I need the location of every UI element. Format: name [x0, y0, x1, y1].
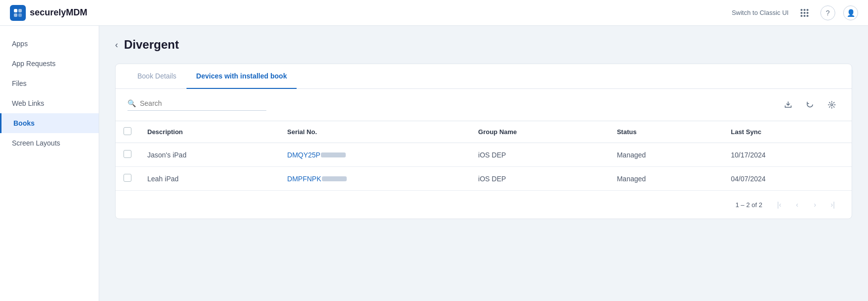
svg-rect-3	[18, 13, 22, 17]
logo-icon	[10, 5, 26, 21]
svg-rect-1	[18, 9, 22, 12]
row-status: Managed	[609, 167, 723, 191]
logo: securelyMDM	[10, 5, 87, 21]
sidebar-item-screen-layouts[interactable]: Screen Layouts	[0, 133, 99, 153]
page-title: Divergent	[124, 38, 179, 52]
select-all-checkbox[interactable]	[124, 127, 131, 135]
pagination-prev[interactable]: ‹	[790, 198, 804, 212]
content-card: Book Details Devices with installed book…	[115, 64, 852, 219]
row-last-sync: 04/07/2024	[723, 167, 852, 191]
row-group: iOS DEP	[470, 167, 609, 191]
pagination-info: 1 – 2 of 2	[736, 201, 762, 209]
row-serial: DMPFNPK	[279, 167, 470, 191]
tab-bar: Book Details Devices with installed book	[116, 64, 852, 89]
grid-apps-icon[interactable]	[797, 5, 812, 21]
col-group: Group Name	[470, 121, 609, 143]
svg-rect-0	[14, 9, 17, 12]
search-icon: 🔍	[127, 99, 136, 107]
tab-devices-installed[interactable]: Devices with installed book	[186, 64, 297, 89]
row-status: Managed	[609, 143, 723, 167]
svg-point-4	[831, 104, 833, 106]
sidebar: Apps App Requests Files Web Links Books …	[0, 26, 99, 301]
back-button[interactable]: ‹	[115, 40, 118, 50]
table-row: Jason's iPad DMQY25P iOS DEP Managed 10/…	[116, 143, 852, 167]
settings-button[interactable]	[824, 97, 840, 113]
topnav-right: Switch to Classic UI ? 👤	[732, 5, 858, 21]
svg-rect-2	[14, 13, 17, 17]
top-navigation: securelyMDM Switch to Classic UI ? 👤	[0, 0, 868, 26]
user-avatar[interactable]: 👤	[843, 5, 858, 20]
col-checkbox	[116, 121, 139, 143]
sidebar-item-apps[interactable]: Apps	[0, 34, 99, 54]
row-description: Leah iPad	[139, 167, 279, 191]
col-serial: Serial No.	[279, 121, 470, 143]
devices-table: Description Serial No. Group Name Status…	[116, 121, 852, 191]
pagination-first[interactable]: |‹	[772, 198, 786, 212]
sidebar-item-files[interactable]: Files	[0, 74, 99, 93]
search-input[interactable]	[140, 99, 266, 107]
toolbar-actions	[780, 97, 840, 113]
pagination-next[interactable]: ›	[808, 198, 822, 212]
export-button[interactable]	[780, 97, 796, 113]
sidebar-item-app-requests[interactable]: App Requests	[0, 54, 99, 74]
table-row: Leah iPad DMPFNPK iOS DEP Managed 04/07/…	[116, 167, 852, 191]
pagination-last[interactable]: ›|	[826, 198, 840, 212]
row-checkbox	[116, 167, 139, 191]
refresh-button[interactable]	[802, 97, 818, 113]
logo-text: securelyMDM	[30, 7, 87, 18]
row-description: Jason's iPad	[139, 143, 279, 167]
help-button[interactable]: ?	[820, 5, 835, 20]
pagination: 1 – 2 of 2 |‹ ‹ › ›|	[116, 191, 852, 219]
col-status: Status	[609, 121, 723, 143]
row-select-checkbox[interactable]	[124, 150, 131, 158]
sidebar-item-books[interactable]: Books	[0, 113, 99, 133]
table-toolbar: 🔍	[116, 89, 852, 121]
sidebar-item-web-links[interactable]: Web Links	[0, 93, 99, 113]
row-checkbox	[116, 143, 139, 167]
page-header: ‹ Divergent	[115, 38, 852, 52]
row-select-checkbox[interactable]	[124, 174, 131, 182]
row-serial: DMQY25P	[279, 143, 470, 167]
search-box: 🔍	[127, 99, 266, 111]
switch-classic-button[interactable]: Switch to Classic UI	[732, 9, 789, 16]
row-group: iOS DEP	[470, 143, 609, 167]
col-description: Description	[139, 121, 279, 143]
main-content: ‹ Divergent Book Details Devices with in…	[99, 26, 868, 301]
row-last-sync: 10/17/2024	[723, 143, 852, 167]
col-last-sync: Last Sync	[723, 121, 852, 143]
tab-book-details[interactable]: Book Details	[127, 64, 186, 89]
